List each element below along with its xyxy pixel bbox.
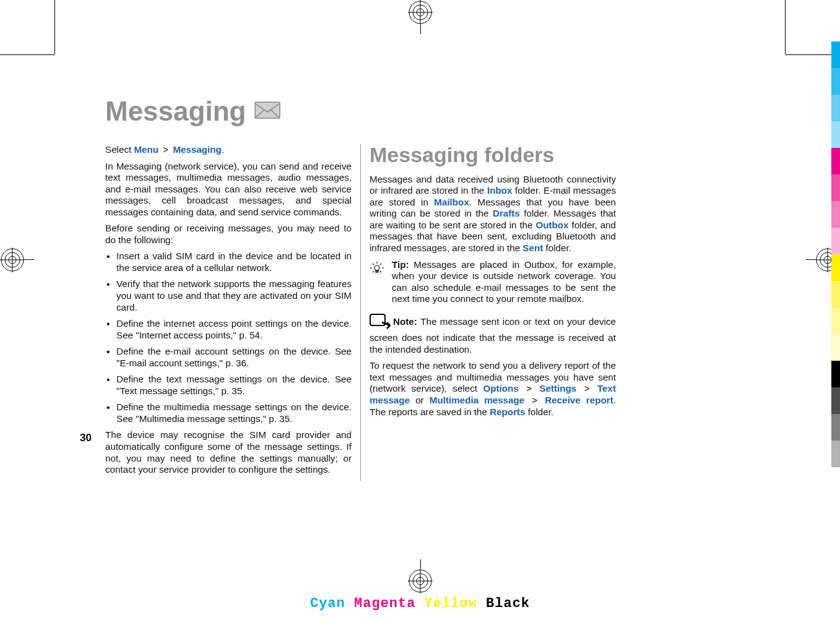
note-paragraph: Note: The message sent icon or text on y… [370, 314, 616, 356]
page-content: Messaging Select Menu > Messaging. In Me… [105, 96, 628, 481]
lightbulb-tip-icon [370, 259, 386, 305]
color-swatch [831, 228, 840, 254]
before-paragraph: Before sending or receiving messages, yo… [105, 223, 352, 246]
cmyk-footer: Cyan Magenta Yellow Black [310, 596, 530, 611]
registration-mark-icon [0, 248, 25, 272]
folder-link: Inbox [487, 185, 513, 196]
color-swatch [831, 361, 840, 387]
envelope-icon [254, 96, 280, 127]
menu-link: Options [483, 383, 518, 394]
svg-rect-23 [370, 314, 385, 325]
color-swatch [831, 121, 840, 148]
left-column: Select Menu > Messaging. In Messaging (n… [105, 144, 352, 481]
crop-mark [420, 25, 421, 34]
folder-link: Sent [522, 243, 543, 253]
select-path: Select Menu > Messaging. [105, 144, 352, 156]
color-swatch [831, 414, 840, 441]
folders-paragraph: Messages and data received using Bluetoo… [370, 174, 616, 254]
bullet-list: Insert a valid SIM card in the device an… [105, 251, 352, 424]
registration-mark-icon [408, 569, 433, 593]
note-icon [370, 314, 391, 333]
list-item: Insert a valid SIM card in the device an… [105, 251, 352, 273]
closing-paragraph: The device may recognise the SIM card pr… [105, 429, 352, 475]
folder-link: Outbox [535, 220, 568, 230]
chapter-title-text: Messaging [105, 96, 246, 127]
list-item: Define the internet access point setting… [105, 318, 352, 341]
list-item: Define the e-mail account settings on th… [105, 346, 352, 369]
black-label: Black [486, 596, 530, 611]
menu-link: Receive report [545, 395, 613, 405]
color-swatch [831, 254, 840, 281]
folder-link: Drafts [493, 208, 520, 218]
section-title: Messaging folders [370, 144, 616, 166]
tip-block: Tip: Messages are placed in Outbox, for … [370, 259, 616, 305]
svg-point-21 [375, 265, 379, 270]
color-swatch-bar [831, 41, 840, 467]
color-swatch [831, 41, 840, 68]
crop-mark [785, 0, 786, 54]
registration-mark-icon [408, 0, 433, 25]
menu-link: Menu [134, 144, 158, 155]
color-swatch [831, 387, 840, 414]
svg-rect-20 [255, 102, 280, 118]
list-item: Verify that the network supports the mes… [105, 278, 352, 313]
folder-link: Mailbox [434, 197, 469, 207]
list-item: Define the multimedia message settings o… [105, 402, 352, 424]
color-swatch [831, 148, 840, 174]
tip-text: Tip: Messages are placed in Outbox, for … [392, 259, 616, 305]
crop-mark [806, 259, 815, 260]
crop-mark [25, 259, 34, 260]
cyan-label: Cyan [310, 596, 345, 611]
crop-mark [0, 54, 54, 55]
color-swatch [831, 334, 840, 361]
page-number: 30 [80, 432, 92, 444]
magenta-label: Magenta [354, 596, 415, 611]
color-swatch [831, 441, 840, 467]
delivery-report-paragraph: To request the network to send you a del… [370, 360, 616, 418]
list-item: Define the text message settings on the … [105, 374, 352, 397]
menu-link: Settings [539, 383, 576, 394]
right-column: Messaging folders Messages and data rece… [370, 144, 616, 481]
column-divider [360, 144, 361, 481]
crop-mark [420, 559, 421, 569]
color-swatch [831, 201, 840, 228]
color-swatch [831, 68, 840, 95]
chapter-title: Messaging [105, 96, 628, 127]
color-swatch [831, 174, 840, 201]
color-swatch [831, 95, 840, 121]
yellow-label: Yellow [425, 596, 477, 611]
menu-link: Messaging [173, 144, 222, 155]
crop-mark [54, 0, 55, 54]
color-swatch [831, 308, 840, 334]
color-swatch [831, 281, 840, 308]
menu-link: Multimedia message [430, 395, 524, 405]
folder-link: Reports [490, 407, 525, 417]
intro-paragraph: In Messaging (network service), you can … [105, 161, 352, 218]
